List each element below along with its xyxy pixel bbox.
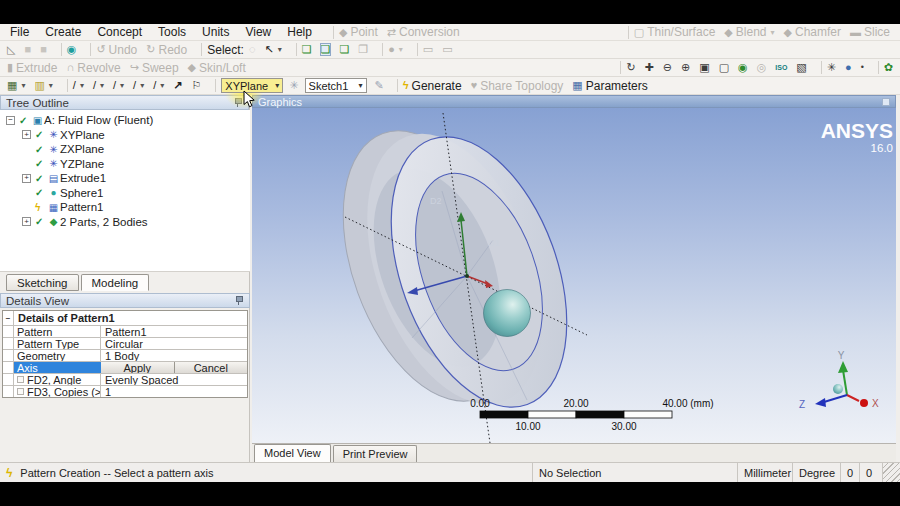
apply-button[interactable]: Apply <box>101 362 174 373</box>
tree-item-pattern1[interactable]: ϟ ▦ Pattern1 <box>0 200 250 215</box>
camera-icon: ◉ <box>67 44 77 55</box>
filter-face-button[interactable]: ❏ <box>339 44 349 55</box>
menu-file[interactable]: File <box>10 25 29 39</box>
sphere-body[interactable] <box>484 290 531 337</box>
expand-icon[interactable]: + <box>22 130 31 139</box>
angle-value[interactable]: Evenly Spaced <box>101 374 247 385</box>
panel-button-icon[interactable] <box>882 98 890 106</box>
menu-view[interactable]: View <box>245 25 271 39</box>
divider <box>61 43 62 56</box>
conversion-icon: ⇄ <box>387 27 396 38</box>
blend-button: ◆Blend▾ <box>724 25 774 39</box>
direction-arrow-button[interactable]: ↗ <box>173 80 182 91</box>
image-capture-button[interactable]: ◉ <box>67 44 77 55</box>
graphics-viewport[interactable]: ANSYS 16.0 D2 <box>252 108 896 443</box>
divider <box>382 43 383 56</box>
filter-vertex-button[interactable]: ❏ <box>302 44 312 55</box>
collapse-icon[interactable]: − <box>3 311 14 325</box>
graphics-header: Graphics <box>252 95 896 108</box>
new-sketch-button-2[interactable]: ✎ <box>375 80 384 91</box>
svg-text:10.00: 10.00 <box>515 421 540 432</box>
zoom-fit-button[interactable]: ▢ <box>719 62 729 73</box>
app-window: File Create Concept Tools Units View Hel… <box>0 24 900 482</box>
axis-triad[interactable]: X Y Z <box>799 350 879 410</box>
checkbox-icon[interactable] <box>17 376 24 383</box>
redo-button: ↻Redo <box>146 43 187 57</box>
thin-surface-icon: ▢ <box>634 27 644 38</box>
iso-view-button[interactable]: ISO <box>775 64 787 71</box>
edge-style-button-5[interactable]: /▾ <box>153 80 164 91</box>
menu-units[interactable]: Units <box>202 25 229 39</box>
tree-item-zxplane[interactable]: ✓ ✳ ZXPlane <box>0 142 250 157</box>
new-sketch-button[interactable]: ◺ <box>7 44 15 55</box>
generate-button[interactable]: ϟGenerate <box>403 79 462 93</box>
z-axis-label: Z <box>799 399 805 410</box>
select-cursor-button[interactable]: ↖▾ <box>264 44 281 55</box>
tree-item-project[interactable]: − ✓ ▣ A: Fluid Flow (Fluent) <box>0 113 250 128</box>
tree-item-xyplane[interactable]: + ✓ ✳ XYPlane <box>0 128 250 143</box>
parameters-button[interactable]: ▦Parameters <box>572 79 647 93</box>
cursor-icon: ↖ <box>264 44 273 55</box>
adjacent-select-button: ●▾ <box>388 44 403 55</box>
sketch-select-dropdown[interactable]: Sketch1▾ <box>305 78 367 93</box>
divider <box>628 26 629 39</box>
divider <box>215 79 216 92</box>
cancel-button[interactable]: Cancel <box>174 362 248 373</box>
tab-print-preview[interactable]: Print Preview <box>333 445 418 462</box>
menu-create[interactable]: Create <box>45 25 81 39</box>
zoom-in-button[interactable]: ⊕ <box>681 62 690 73</box>
iso-view-icon: ISO <box>775 64 787 71</box>
look-at-icon: ▧ <box>796 62 806 73</box>
menu-concept[interactable]: Concept <box>97 25 142 39</box>
save-as-icon: ■ <box>40 44 47 55</box>
display-edges-button[interactable]: ✿ <box>884 62 893 73</box>
checkbox-icon[interactable] <box>17 388 24 395</box>
plane-icon: ✳ <box>47 129 60 140</box>
box-zoom-button[interactable]: ▣ <box>699 62 709 73</box>
slice-button: ▬Slice <box>850 25 890 39</box>
filter-edge-button[interactable]: ❏ <box>321 44 331 55</box>
copies-value[interactable]: 1 <box>101 386 247 397</box>
status-message: Pattern Creation -- Select a pattern axi… <box>20 467 213 479</box>
edge-color-button[interactable]: ▥▾ <box>34 80 52 91</box>
edge-style-button-2[interactable]: /▾ <box>93 80 104 91</box>
zoom-out-icon: ⊖ <box>663 62 672 73</box>
display-points-button[interactable]: • <box>861 63 864 72</box>
new-plane-button[interactable]: ✳ <box>289 80 298 91</box>
tree-item-sphere1[interactable]: ✓ ● Sphere1 <box>0 186 250 201</box>
look-at-button[interactable]: ▧ <box>796 62 806 73</box>
edge-style-button-4[interactable]: /▾ <box>133 80 144 91</box>
expand-icon[interactable]: + <box>22 174 31 183</box>
divider <box>201 43 202 56</box>
collapse-icon[interactable]: − <box>6 116 15 125</box>
dropdown-arrow-icon: ▾ <box>275 81 279 90</box>
display-plane-button[interactable]: ✳ <box>827 62 836 73</box>
ring-body[interactable] <box>309 108 600 431</box>
tree-item-parts-bodies[interactable]: + ✓ ◆ 2 Parts, 2 Bodies <box>0 215 250 230</box>
menu-bar: File Create Concept Tools Units View Hel… <box>0 24 900 41</box>
expand-icon[interactable]: + <box>22 217 31 226</box>
line-style-icon: / <box>153 80 156 91</box>
details-header-row: − Details of Pattern1 <box>3 311 247 325</box>
tab-model-view[interactable]: Model View <box>254 444 331 462</box>
menu-help[interactable]: Help <box>287 25 312 39</box>
dimension-label: D2 <box>430 196 442 206</box>
dropdown-arrow-icon: ▾ <box>120 81 124 90</box>
zoom-out-button[interactable]: ⊖ <box>663 62 672 73</box>
menu-tools[interactable]: Tools <box>158 25 186 39</box>
edge-style-button-1[interactable]: /▾ <box>73 80 84 91</box>
pattern-type-value[interactable]: Circular <box>101 338 247 349</box>
tab-sketching[interactable]: Sketching <box>6 274 79 291</box>
face-color-button[interactable]: ▦▾ <box>7 80 25 91</box>
display-model-button[interactable]: ● <box>845 62 852 73</box>
flag-button[interactable]: ⚐ <box>191 80 201 91</box>
magnifier-button[interactable]: ◉ <box>738 62 748 73</box>
tab-modeling[interactable]: Modeling <box>81 274 150 291</box>
resize-grip[interactable] <box>883 463 900 482</box>
edge-style-button-3[interactable]: /▾ <box>113 80 124 91</box>
tree-item-extrude1[interactable]: + ✓ ▤ Extrude1 <box>0 171 250 186</box>
rotate-view-button[interactable]: ↻ <box>626 62 635 73</box>
pan-view-button[interactable]: ✚ <box>645 62 654 73</box>
tree-item-yzplane[interactable]: ✓ ✳ YZPlane <box>0 157 250 172</box>
pin-icon[interactable] <box>234 295 244 306</box>
